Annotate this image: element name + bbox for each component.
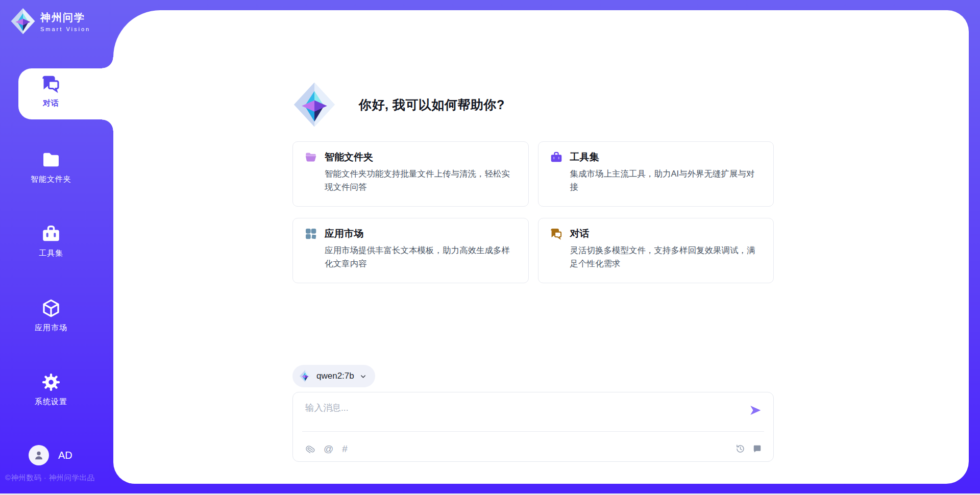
card-title: 工具集 [570,151,599,164]
message-composer: @ # [292,392,774,462]
sidebar-item-label: 工具集 [39,249,63,258]
model-selector[interactable]: qwen2:7b [292,365,375,387]
folder-icon [41,150,61,170]
send-button[interactable] [749,404,762,417]
card-title: 应用市场 [325,227,363,240]
composer-tools-left: @ # [305,444,348,454]
gem-diamond-icon [292,81,336,129]
send-icon [749,404,762,417]
card-toolbox[interactable]: 工具集 集成市场上主流工具，助力AI与外界无缝扩展与对接 [538,141,774,207]
sidebar-item-settings[interactable]: 系统设置 [0,372,102,407]
at-sign-icon[interactable]: @ [324,444,333,454]
chevron-down-icon [359,373,367,380]
card-chat[interactable]: 对话 灵活切换多模型文件，支持多样回复效果调试，满足个性化需求 [538,218,774,283]
composer-tools-right [736,444,762,454]
card-description: 应用市场提供丰富长文本模板，助力高效生成多样化文章内容 [325,244,517,270]
sidebar-item-label: 对话 [43,98,59,108]
card-smart-folder[interactable]: 智能文件夹 智能文件夹功能支持批量文件上传与清洗，轻松实现文件问答 [292,141,529,207]
card-app-market[interactable]: 应用市场 应用市场提供丰富长文本模板，助力高效生成多样化文章内容 [292,218,529,283]
model-name: qwen2:7b [316,371,354,381]
sidebar-item-label: 系统设置 [35,397,67,407]
card-description: 智能文件夹功能支持批量文件上传与清洗，轻松实现文件问答 [325,167,517,193]
message-input[interactable] [293,392,712,428]
history-icon[interactable] [736,444,745,454]
avatar [29,445,49,465]
composer-divider [302,431,764,432]
sidebar-item-app-market[interactable]: 应用市场 [0,298,102,333]
user-account[interactable]: AD [29,445,72,465]
apps-grid-icon [304,227,317,240]
paperclip-icon[interactable] [305,444,315,454]
sidebar: 神州问学 Smart Vision 对话 智能文件夹 工具集 应用市场 [0,0,113,495]
sidebar-item-smart-folder[interactable]: 智能文件夹 [0,150,102,184]
sidebar-item-label: 智能文件夹 [31,175,71,184]
gem-diamond-icon [10,7,36,35]
sidebar-footer: ©神州数码 · 神州问学出品 [5,473,95,483]
app-logo: 神州问学 Smart Vision [10,7,90,35]
brand-subtitle: Smart Vision [40,26,90,32]
user-name: AD [58,450,72,461]
sidebar-item-label: 应用市场 [35,323,67,333]
hash-icon[interactable]: # [342,444,348,454]
chat-bubbles-icon [550,227,563,240]
tab-fillet-bottom [102,119,113,131]
chat-square-icon[interactable] [752,444,762,454]
chat-bubbles-icon [41,73,61,94]
gem-diamond-icon [299,369,311,383]
sidebar-item-chat[interactable]: 对话 [0,73,102,108]
person-icon [33,450,44,461]
toolbox-icon [41,224,61,244]
card-title: 智能文件夹 [325,151,373,164]
greeting-title: 你好, 我可以如何帮助你? [359,96,505,113]
card-description: 集成市场上主流工具，助力AI与外界无缝扩展与对接 [570,167,763,193]
cube-icon [41,298,61,318]
greeting: 你好, 我可以如何帮助你? [292,81,505,129]
gear-icon [41,372,61,392]
card-title: 对话 [570,227,590,240]
tab-fillet-top [102,57,113,68]
toolbox-icon [550,151,563,164]
card-description: 灵活切换多模型文件，支持多样回复效果调试，满足个性化需求 [570,244,763,270]
sidebar-item-toolbox[interactable]: 工具集 [0,224,102,258]
feature-cards: 智能文件夹 智能文件夹功能支持批量文件上传与清洗，轻松实现文件问答 工具集 集成… [292,141,774,283]
folder-icon [304,151,317,164]
brand-name: 神州问学 [40,11,90,24]
